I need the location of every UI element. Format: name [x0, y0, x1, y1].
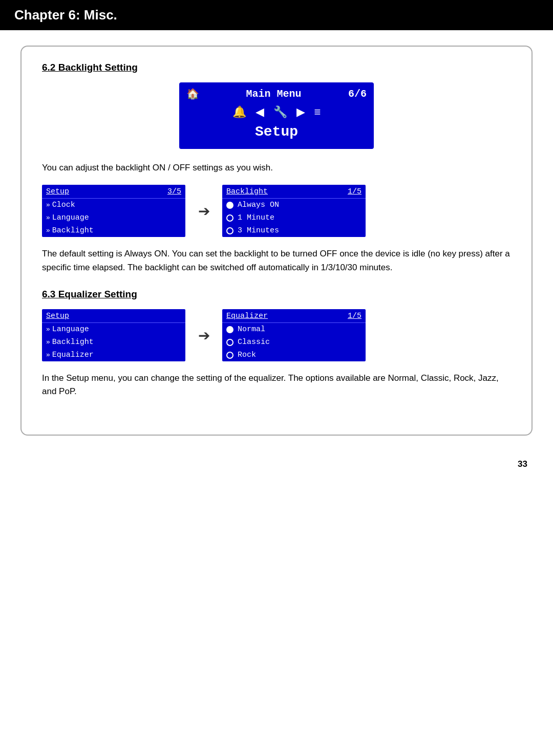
chevron-icon-language: »	[46, 214, 50, 222]
radio-3-minutes	[226, 227, 233, 234]
backlight-1-minute: 1 Minute	[222, 211, 366, 224]
equalizer-panel-title: Equalizer	[226, 312, 268, 320]
home-icon: 🏠	[186, 88, 199, 100]
backlight-description: The default setting is Always ON. You ca…	[42, 247, 511, 274]
setup-panel-header: Setup 3/5	[42, 185, 185, 199]
eq-classic-label: Classic	[238, 338, 270, 347]
right-arrow-icon: ▶	[296, 105, 305, 119]
eq-normal: Normal	[222, 323, 366, 336]
screen-icons-row: 🔔 ◀ 🔧 ▶ ≡	[186, 105, 367, 119]
chevron-icon-clock: »	[46, 201, 50, 209]
setup-item-backlight-label: Backlight	[52, 226, 94, 235]
content-card: 6.2 Backlight Setting 🏠 Main Menu 6/6 🔔 …	[20, 46, 533, 436]
eq-setup-item-equalizer: » Equalizer	[42, 349, 185, 361]
screen-menu-title: Main Menu	[246, 88, 301, 100]
eq-arrow-right: ➔	[194, 327, 214, 344]
equalizer-options-panel: Equalizer 1/5 Normal Classic Rock	[222, 309, 366, 361]
main-menu-screen: 🏠 Main Menu 6/6 🔔 ◀ 🔧 ▶ ≡ Setup	[179, 82, 374, 149]
backlight-options-panel: Backlight 1/5 Always ON 1 Minute 3 Minut…	[222, 185, 366, 237]
setup-item-language: » Language	[42, 211, 185, 224]
eq-classic: Classic	[222, 336, 366, 349]
arrow-right: ➔	[194, 203, 214, 220]
screen-page: 6/6	[348, 88, 367, 100]
radio-normal	[226, 326, 233, 333]
setup-item-clock-label: Clock	[52, 201, 75, 209]
eq-setup-header-title: Setup	[46, 312, 69, 320]
settings-icon: 🔧	[273, 105, 287, 119]
backlight-3-minutes-label: 3 Minutes	[238, 226, 279, 235]
section-backlight-title: 6.2 Backlight Setting	[42, 62, 511, 73]
setup-panel-backlight: Setup 3/5 » Clock » Language » Backlight	[42, 185, 185, 237]
setup-panel-header-title: Setup	[46, 187, 69, 196]
radio-always-on	[226, 202, 233, 209]
page-number: 33	[0, 451, 553, 474]
chevron-icon-eq-language: »	[46, 326, 50, 333]
equalizer-ui-row: Setup » Language » Backlight » Equalizer…	[42, 309, 511, 361]
list-icon: ≡	[314, 105, 321, 119]
eq-setup-panel-header: Setup	[42, 309, 185, 323]
backlight-panel-header: Backlight 1/5	[222, 185, 366, 199]
equalizer-panel-header: Equalizer 1/5	[222, 309, 366, 323]
setup-item-language-label: Language	[52, 213, 89, 222]
chevron-icon-eq-backlight: »	[46, 338, 50, 346]
eq-rock: Rock	[222, 349, 366, 361]
backlight-intro-text: You can adjust the backlight ON / OFF se…	[42, 161, 511, 175]
radio-classic	[226, 339, 233, 346]
backlight-always-on-label: Always ON	[238, 201, 279, 209]
backlight-ui-row: Setup 3/5 » Clock » Language » Backlight…	[42, 185, 511, 237]
section-equalizer: 6.3 Equalizer Setting Setup » Language »…	[42, 289, 511, 399]
chapter-header: Chapter 6: Misc.	[0, 0, 553, 30]
setup-panel-page: 3/5	[167, 187, 181, 196]
section-backlight: 6.2 Backlight Setting 🏠 Main Menu 6/6 🔔 …	[42, 62, 511, 274]
setup-item-clock: » Clock	[42, 199, 185, 211]
screen-setup-label: Setup	[186, 124, 367, 140]
backlight-panel-title: Backlight	[226, 187, 268, 196]
eq-setup-language-label: Language	[52, 325, 89, 334]
setup-panel-equalizer: Setup » Language » Backlight » Equalizer	[42, 309, 185, 361]
eq-normal-label: Normal	[238, 325, 265, 334]
radio-rock	[226, 352, 233, 359]
backlight-always-on: Always ON	[222, 199, 366, 211]
eq-setup-item-backlight: » Backlight	[42, 336, 185, 349]
backlight-panel-page: 1/5	[348, 187, 361, 196]
backlight-1-minute-label: 1 Minute	[238, 213, 274, 222]
eq-setup-equalizer-label: Equalizer	[52, 351, 94, 359]
radio-1-minute	[226, 214, 233, 222]
eq-setup-item-language: » Language	[42, 323, 185, 336]
bell-icon: 🔔	[232, 105, 246, 119]
section-equalizer-title: 6.3 Equalizer Setting	[42, 289, 511, 300]
chevron-icon-backlight: »	[46, 227, 50, 234]
chevron-icon-eq-equalizer: »	[46, 351, 50, 359]
setup-item-backlight: » Backlight	[42, 224, 185, 237]
equalizer-description: In the Setup menu, you can change the se…	[42, 372, 511, 399]
backlight-3-minutes: 3 Minutes	[222, 224, 366, 237]
eq-setup-backlight-label: Backlight	[52, 338, 94, 347]
equalizer-panel-page: 1/5	[348, 312, 361, 320]
eq-rock-label: Rock	[238, 351, 256, 359]
left-arrow-icon: ◀	[256, 105, 264, 119]
screen-top-bar: 🏠 Main Menu 6/6	[186, 88, 367, 100]
